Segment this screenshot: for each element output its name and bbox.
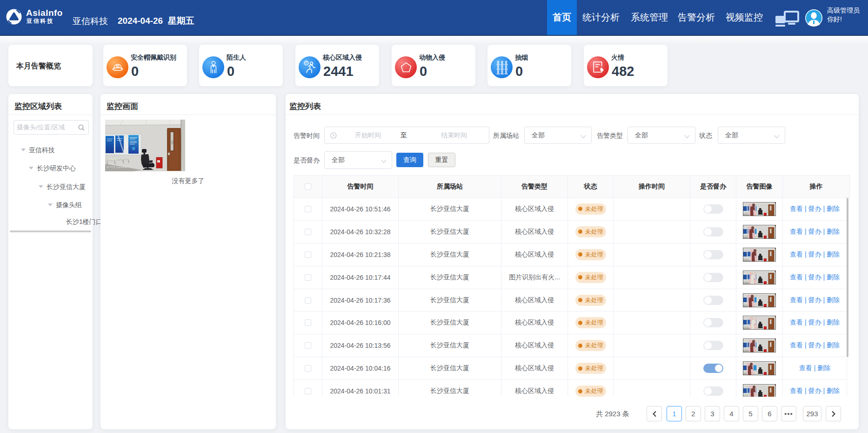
svg-text:2024-04-26 15:28: 2024-04-26 15:28: [157, 121, 180, 124]
svg-text:IP PTZ Camera: IP PTZ Camera: [107, 165, 127, 169]
